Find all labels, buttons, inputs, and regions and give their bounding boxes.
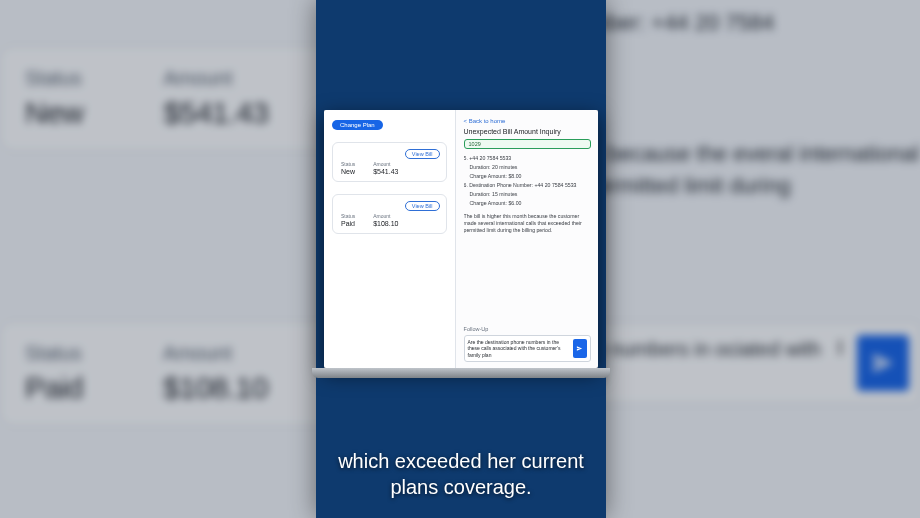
laptop-bills-panel: Change Plan View Bill Status New Amount … <box>324 110 456 368</box>
amount-value: $541.43 <box>164 96 269 130</box>
amount-value: $108.10 <box>163 371 268 405</box>
status-value: New <box>341 168 355 175</box>
bg-amount-column: Amount $541.43 <box>164 67 269 130</box>
call-item-detail: Charge Amount: $8.00 <box>464 173 591 180</box>
amount-label: Amount <box>373 161 398 167</box>
call-item-detail: Duration: 20 minutes <box>464 164 591 171</box>
bg-amount-column: Amount $108.10 <box>163 342 268 405</box>
amount-label: Amount <box>164 67 269 90</box>
send-button[interactable] <box>857 335 909 391</box>
inquiry-details: 5. +44 20 7584 5533 Duration: 20 minutes… <box>464 155 591 322</box>
amount-label: Amount <box>163 342 268 365</box>
followup-input[interactable]: Are the destination phone numbers in the… <box>468 339 570 359</box>
amount-column: Amount $541.43 <box>373 161 398 175</box>
vertical-video-frame: Change Plan View Bill Status New Amount … <box>316 0 606 518</box>
status-value: Paid <box>25 371 83 405</box>
amount-value: $541.43 <box>373 168 398 175</box>
view-bill-button[interactable]: View Bill <box>405 149 440 159</box>
call-item: 5. +44 20 7584 5533 <box>464 155 591 162</box>
send-icon <box>870 350 896 376</box>
laptop-screen: Change Plan View Bill Status New Amount … <box>324 110 598 368</box>
status-label: Status <box>341 213 355 219</box>
text-cursor-icon: I <box>831 335 849 391</box>
laptop-bill-card: View Bill Status New Amount $541.43 <box>332 142 447 182</box>
status-label: Status <box>25 67 84 90</box>
bg-status-column: Status New <box>25 67 84 130</box>
amount-value: $108.10 <box>373 220 398 227</box>
bg-status-column: Status Paid <box>25 342 83 405</box>
change-plan-button[interactable]: Change Plan <box>332 120 383 130</box>
status-column: Status Paid <box>341 213 355 227</box>
followup-label: Follow-Up <box>464 326 591 332</box>
ticket-badge: 1029 <box>464 139 591 149</box>
laptop-base <box>312 368 610 378</box>
call-item-detail: Duration: 15 minutes <box>464 191 591 198</box>
laptop-chat-panel: < Back to home Unexpected Bill Amount In… <box>456 110 598 368</box>
inquiry-title: Unexpected Bill Amount Inquiry <box>464 128 591 135</box>
status-column: Status New <box>341 161 355 175</box>
send-icon <box>576 345 583 352</box>
amount-column: Amount $108.10 <box>373 213 398 227</box>
amount-label: Amount <box>373 213 398 219</box>
status-label: Status <box>341 161 355 167</box>
call-item-detail: Charge Amount: $6.00 <box>464 200 591 207</box>
status-value: Paid <box>341 220 355 227</box>
call-item: 6. Destination Phone Number: +44 20 7584… <box>464 182 591 189</box>
status-value: New <box>25 96 84 130</box>
status-label: Status <box>25 342 83 365</box>
inquiry-summary: The bill is higher this month because th… <box>464 213 591 234</box>
followup-input-container[interactable]: Are the destination phone numbers in the… <box>464 335 591 363</box>
view-bill-button[interactable]: View Bill <box>405 201 440 211</box>
back-link[interactable]: < Back to home <box>464 118 591 124</box>
send-button[interactable] <box>573 339 587 359</box>
laptop-bill-card: View Bill Status Paid Amount $108.10 <box>332 194 447 234</box>
video-caption: which exceeded her current plans coverag… <box>316 448 606 500</box>
